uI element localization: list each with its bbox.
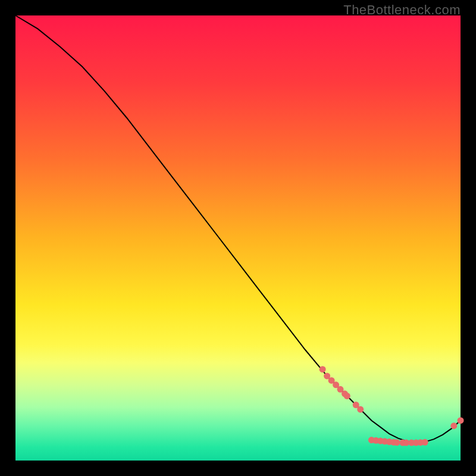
plot-area: [15, 15, 461, 461]
data-dot: [394, 439, 400, 446]
data-dot: [450, 422, 457, 429]
data-dot: [458, 417, 464, 424]
data-dot: [320, 366, 326, 372]
data-dot: [422, 439, 428, 446]
watermark-text: TheBottleneck.com: [343, 2, 461, 18]
data-dot: [357, 406, 364, 413]
chart-svg: [15, 15, 461, 461]
page-root: TheBottleneck.com: [0, 0, 476, 476]
gradient-rect: [15, 15, 461, 461]
data-dot: [344, 393, 350, 399]
